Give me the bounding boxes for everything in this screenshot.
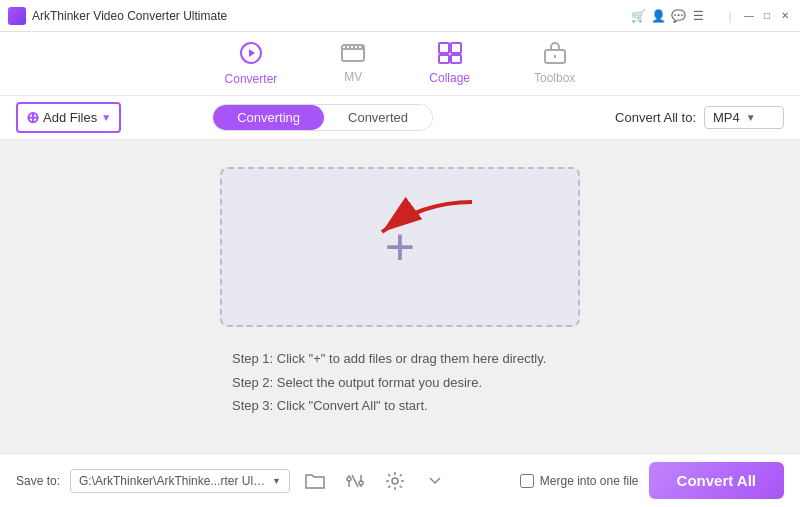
collage-label: Collage bbox=[429, 71, 470, 85]
save-path-dropdown-icon: ▼ bbox=[272, 476, 281, 486]
svg-point-15 bbox=[359, 481, 363, 485]
bottom-bar: Save to: G:\ArkThinker\ArkThinke...rter … bbox=[0, 453, 800, 507]
nav-item-mv[interactable]: MV bbox=[333, 39, 373, 88]
instruction-step1: Step 1: Click "+" to add files or drag t… bbox=[232, 347, 568, 370]
svg-rect-3 bbox=[439, 43, 449, 53]
plus-icon: ⊕ bbox=[26, 108, 39, 127]
toolbox-icon bbox=[543, 42, 567, 69]
svg-marker-1 bbox=[249, 49, 255, 57]
settings-dropdown-button[interactable] bbox=[420, 466, 450, 496]
svg-rect-5 bbox=[439, 55, 449, 63]
close-button[interactable]: ✕ bbox=[778, 9, 792, 23]
arrow-indicator bbox=[362, 197, 482, 261]
toolbox-label: Toolbox bbox=[534, 71, 575, 85]
nav-item-collage[interactable]: Collage bbox=[421, 38, 478, 89]
instructions: Step 1: Click "+" to add files or drag t… bbox=[220, 339, 580, 425]
instruction-step3: Step 3: Click "Convert All" to start. bbox=[232, 394, 568, 417]
menu-icon[interactable]: ☰ bbox=[690, 8, 706, 24]
app-title: ArkThinker Video Converter Ultimate bbox=[32, 9, 630, 23]
profile-icon[interactable]: 👤 bbox=[650, 8, 666, 24]
converted-tab[interactable]: Converted bbox=[324, 105, 432, 130]
cart-icon[interactable]: 🛒 bbox=[630, 8, 646, 24]
svg-point-14 bbox=[347, 477, 351, 481]
drop-zone[interactable]: + bbox=[220, 167, 580, 327]
toolbar-row: ⊕ Add Files ▼ Converting Converted Conve… bbox=[0, 96, 800, 140]
mv-icon bbox=[341, 43, 365, 68]
save-path-text: G:\ArkThinker\ArkThinke...rter Ultimate\… bbox=[79, 474, 268, 488]
converter-icon bbox=[239, 41, 263, 70]
convert-all-button[interactable]: Convert All bbox=[649, 462, 784, 499]
format-value: MP4 bbox=[713, 110, 740, 125]
save-to-label: Save to: bbox=[16, 474, 60, 488]
add-files-button[interactable]: ⊕ Add Files ▼ bbox=[16, 102, 121, 133]
app-logo bbox=[8, 7, 26, 25]
main-content: + Step 1: Click "+" to add files or drag… bbox=[0, 140, 800, 453]
clip-settings-button[interactable] bbox=[340, 466, 370, 496]
top-nav: Converter MV Collage bbox=[0, 32, 800, 96]
merge-checkbox[interactable] bbox=[520, 474, 534, 488]
separator: | bbox=[722, 8, 738, 24]
tab-group: Converting Converted bbox=[212, 104, 433, 131]
svg-point-16 bbox=[392, 478, 398, 484]
maximize-button[interactable]: □ bbox=[760, 9, 774, 23]
nav-item-converter[interactable]: Converter bbox=[217, 37, 286, 90]
converter-label: Converter bbox=[225, 72, 278, 86]
converting-tab[interactable]: Converting bbox=[213, 105, 324, 130]
svg-rect-4 bbox=[451, 43, 461, 53]
folder-button[interactable] bbox=[300, 466, 330, 496]
add-files-label: Add Files bbox=[43, 110, 97, 125]
convert-all-to-label: Convert All to: bbox=[615, 110, 696, 125]
chat-icon[interactable]: 💬 bbox=[670, 8, 686, 24]
merge-checkbox-group: Merge into one file bbox=[520, 474, 639, 488]
add-files-dropdown-icon: ▼ bbox=[101, 112, 111, 123]
format-select[interactable]: MP4 ▼ bbox=[704, 106, 784, 129]
minimize-button[interactable]: — bbox=[742, 9, 756, 23]
nav-item-toolbox[interactable]: Toolbox bbox=[526, 38, 583, 89]
save-path-input[interactable]: G:\ArkThinker\ArkThinke...rter Ultimate\… bbox=[70, 469, 290, 493]
advanced-settings-button[interactable] bbox=[380, 466, 410, 496]
title-bar-controls: 🛒 👤 💬 ☰ | — □ ✕ bbox=[630, 8, 792, 24]
convert-all-to: Convert All to: MP4 ▼ bbox=[615, 106, 784, 129]
format-dropdown-icon: ▼ bbox=[746, 112, 756, 123]
instruction-step2: Step 2: Select the output format you des… bbox=[232, 371, 568, 394]
merge-label: Merge into one file bbox=[540, 474, 639, 488]
svg-rect-6 bbox=[451, 55, 461, 63]
title-bar: ArkThinker Video Converter Ultimate 🛒 👤 … bbox=[0, 0, 800, 32]
mv-label: MV bbox=[344, 70, 362, 84]
collage-icon bbox=[438, 42, 462, 69]
